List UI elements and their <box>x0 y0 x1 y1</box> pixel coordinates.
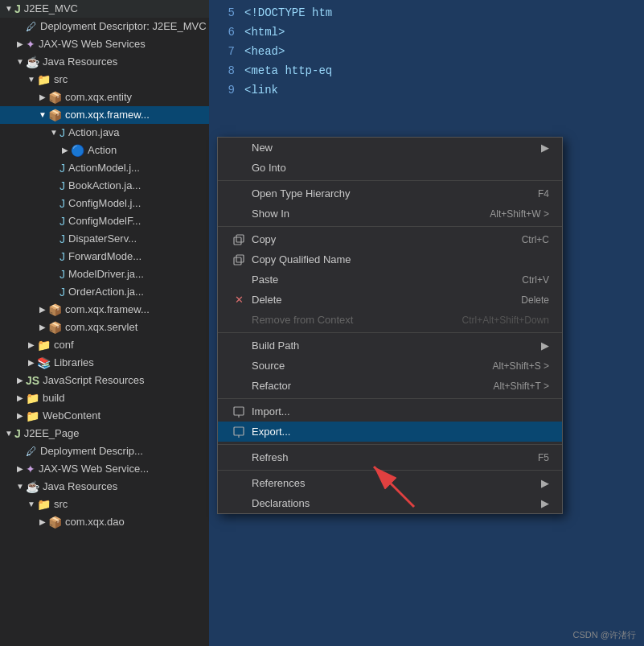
expand-arrow[interactable]: ▼ <box>14 479 26 495</box>
tree-item-src2[interactable]: ▼📁 src <box>0 496 209 513</box>
menu-item-source[interactable]: SourceAlt+Shift+S > <box>218 356 562 376</box>
menu-item-submenu-arrow: ▶ <box>541 339 549 352</box>
menu-item-shortcut: F4 <box>538 188 549 200</box>
menu-item-label: Build Path <box>252 339 541 352</box>
tree-item-conf[interactable]: ▶📁 conf <box>0 336 209 354</box>
tree-item-configmodel_j[interactable]: J ConfigModel.j... <box>0 195 209 212</box>
expand-arrow[interactable]: ▶ <box>14 461 26 477</box>
menu-item-declarations[interactable]: Declarations▶ <box>218 493 562 513</box>
tree-item-configmodelf[interactable]: J ConfigModelF... <box>0 212 209 230</box>
tree-item-icon: ✦ <box>26 36 35 52</box>
menu-item-submenu-arrow: ▶ <box>541 142 549 154</box>
tree-item-javascript_res[interactable]: ▶JS JavaScript Resources <box>0 372 209 389</box>
expand-arrow[interactable]: ▼ <box>26 496 37 512</box>
menu-item-submenu-arrow: ▶ <box>541 477 549 489</box>
menu-item-icon: ✕ <box>231 294 247 306</box>
menu-item-label: Paste <box>252 274 498 286</box>
expand-arrow[interactable]: ▶ <box>14 372 26 389</box>
tree-item-com_xqx_framew[interactable]: ▼📦 com.xqx.framew... <box>0 106 209 124</box>
expand-arrow[interactable]: ▶ <box>14 390 26 406</box>
tree-item-label: com.xqx.entity <box>65 89 132 105</box>
context-menu[interactable]: New▶Go IntoOpen Type HierarchyF4Show InA… <box>217 137 563 514</box>
menu-item-paste[interactable]: PasteCtrl+V <box>218 270 562 290</box>
expand-arrow[interactable]: ▼ <box>37 107 48 123</box>
tree-item-label: J2EE_MVC <box>24 1 78 17</box>
tree-item-deploy_desc[interactable]: 🖊 Deployment Descriptor: J2EE_MVC <box>0 18 209 35</box>
tree-item-icon: 📦 <box>48 89 62 105</box>
menu-item-label: Export... <box>252 426 549 438</box>
tree-item-com_xqx_framew2[interactable]: ▶📦 com.xqx.framew... <box>0 301 209 319</box>
menu-item-delete[interactable]: ✕DeleteDelete <box>218 290 562 310</box>
menu-item-import[interactable]: Import... <box>218 401 562 422</box>
expand-arrow[interactable]: ▼ <box>3 1 14 17</box>
tree-item-com_xqx_servlet[interactable]: ▶📦 com.xqx.servlet <box>0 319 209 336</box>
menu-item-copy[interactable]: CopyCtrl+C <box>218 229 562 249</box>
menu-separator <box>218 332 562 333</box>
line-content: <head> <box>244 42 285 61</box>
tree-item-dispaterserv[interactable]: J DispaterServ... <box>0 230 209 248</box>
expand-arrow[interactable]: ▼ <box>14 54 26 70</box>
menu-item-build_path[interactable]: Build Path▶ <box>218 335 562 356</box>
menu-item-export[interactable]: Export... <box>218 422 562 442</box>
tree-item-src[interactable]: ▼📁 src <box>0 71 209 88</box>
tree-item-icon: 📦 <box>48 107 62 123</box>
tree-item-com_xqx_dao[interactable]: ▶📦 com.xqx.dao <box>0 513 209 531</box>
menu-separator <box>218 226 562 227</box>
menu-item-label: Declarations <box>252 497 541 509</box>
tree-item-bookaction_ja[interactable]: J BookAction.ja... <box>0 177 209 195</box>
tree-item-java_res[interactable]: ▼☕ Java Resources <box>0 53 209 71</box>
expand-arrow[interactable]: ▼ <box>3 426 14 442</box>
tree-item-j2ee_mvc[interactable]: ▼J J2EE_MVC <box>0 0 209 18</box>
menu-item-label: Refresh <box>252 451 514 463</box>
menu-item-go_into[interactable]: Go Into <box>218 158 562 178</box>
tree-item-modeldriver_ja[interactable]: J ModelDriver.ja... <box>0 265 209 283</box>
menu-item-label: Refactor <box>252 380 470 392</box>
expand-arrow[interactable]: ▶ <box>37 514 48 530</box>
menu-item-label: Import... <box>252 405 549 418</box>
expand-arrow[interactable]: ▶ <box>59 142 71 158</box>
tree-item-libraries[interactable]: ▶📚 Libraries <box>0 354 209 372</box>
menu-item-new[interactable]: New▶ <box>218 138 562 158</box>
line-number: 7 <box>215 42 235 61</box>
tree-item-action_java[interactable]: ▼J Action.java <box>0 124 209 142</box>
expand-arrow[interactable]: ▶ <box>37 302 48 318</box>
tree-item-jax_ws2[interactable]: ▶✦ JAX-WS Web Service... <box>0 460 209 478</box>
tree-item-icon: JS <box>26 372 39 389</box>
tree-item-com_xqx_entity[interactable]: ▶📦 com.xqx.entity <box>0 88 209 106</box>
tree-item-label: JAX-WS Web Service... <box>39 461 149 477</box>
tree-item-j2ee_page[interactable]: ▼J J2EE_Page <box>0 425 209 442</box>
menu-item-shortcut: F5 <box>538 452 549 463</box>
expand-arrow[interactable]: ▶ <box>37 319 48 335</box>
tree-item-webcontent[interactable]: ▶📁 WebContent <box>0 407 209 425</box>
expand-arrow[interactable]: ▶ <box>26 355 37 371</box>
tree-item-action[interactable]: ▶🔵 Action <box>0 142 209 159</box>
tree-item-jax_ws[interactable]: ▶✦ JAX-WS Web Services <box>0 35 209 53</box>
expand-arrow[interactable]: ▼ <box>26 72 37 88</box>
tree-item-icon: J <box>14 426 21 442</box>
menu-item-open_type_hierarchy[interactable]: Open Type HierarchyF4 <box>218 183 562 204</box>
tree-item-actionmodel_j[interactable]: J ActionModel.j... <box>0 159 209 177</box>
menu-item-refactor[interactable]: RefactorAlt+Shift+T > <box>218 376 562 396</box>
tree-item-deploy_desc2[interactable]: 🖊 Deployment Descrip... <box>0 442 209 460</box>
expand-arrow[interactable]: ▶ <box>37 89 48 105</box>
tree-item-forwardmode[interactable]: J ForwardMode... <box>0 248 209 265</box>
tree-item-icon: J <box>59 231 65 247</box>
tree-item-build[interactable]: ▶📁 build <box>0 389 209 407</box>
tree-item-java_res2[interactable]: ▼☕ Java Resources <box>0 478 209 496</box>
menu-item-icon <box>231 254 247 265</box>
tree-item-label: com.xqx.framew... <box>65 302 150 318</box>
expand-arrow[interactable]: ▶ <box>14 36 26 52</box>
expand-arrow[interactable]: ▶ <box>14 408 26 424</box>
file-tree[interactable]: ▼J J2EE_MVC🖊 Deployment Descriptor: J2EE… <box>0 0 209 646</box>
menu-item-references[interactable]: References▶ <box>218 473 562 493</box>
tree-item-icon: 📁 <box>37 72 51 88</box>
line-number: 9 <box>215 80 235 100</box>
menu-item-show_in[interactable]: Show InAlt+Shift+W > <box>218 204 562 224</box>
menu-item-copy_qualified[interactable]: Copy Qualified Name <box>218 249 562 270</box>
expand-arrow[interactable]: ▼ <box>48 125 59 141</box>
menu-item-shortcut: Alt+Shift+W > <box>490 208 549 220</box>
expand-arrow[interactable]: ▶ <box>26 337 37 353</box>
menu-item-refresh[interactable]: RefreshF5 <box>218 447 562 467</box>
tree-item-icon: J <box>59 266 65 282</box>
tree-item-orderaction_ja[interactable]: J OrderAction.ja... <box>0 283 209 301</box>
